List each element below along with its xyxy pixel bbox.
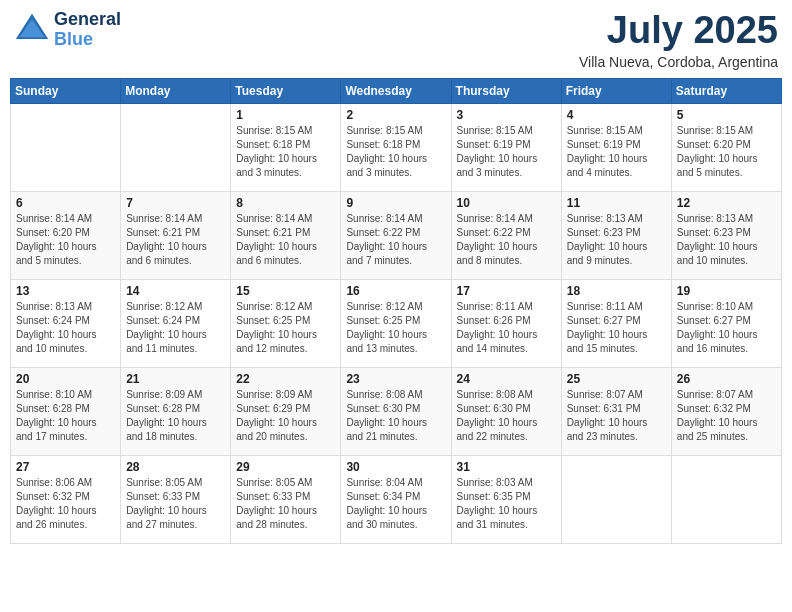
calendar-cell: 30Sunrise: 8:04 AM Sunset: 6:34 PM Dayli…	[341, 455, 451, 543]
calendar-cell: 19Sunrise: 8:10 AM Sunset: 6:27 PM Dayli…	[671, 279, 781, 367]
day-info: Sunrise: 8:05 AM Sunset: 6:33 PM Dayligh…	[126, 476, 225, 532]
day-info: Sunrise: 8:13 AM Sunset: 6:23 PM Dayligh…	[567, 212, 666, 268]
calendar-cell: 23Sunrise: 8:08 AM Sunset: 6:30 PM Dayli…	[341, 367, 451, 455]
day-number: 27	[16, 460, 115, 474]
calendar-cell: 6Sunrise: 8:14 AM Sunset: 6:20 PM Daylig…	[11, 191, 121, 279]
day-info: Sunrise: 8:15 AM Sunset: 6:20 PM Dayligh…	[677, 124, 776, 180]
day-number: 24	[457, 372, 556, 386]
day-number: 14	[126, 284, 225, 298]
calendar-cell: 31Sunrise: 8:03 AM Sunset: 6:35 PM Dayli…	[451, 455, 561, 543]
calendar-cell: 28Sunrise: 8:05 AM Sunset: 6:33 PM Dayli…	[121, 455, 231, 543]
calendar-cell: 17Sunrise: 8:11 AM Sunset: 6:26 PM Dayli…	[451, 279, 561, 367]
day-info: Sunrise: 8:13 AM Sunset: 6:24 PM Dayligh…	[16, 300, 115, 356]
day-info: Sunrise: 8:15 AM Sunset: 6:18 PM Dayligh…	[236, 124, 335, 180]
day-info: Sunrise: 8:09 AM Sunset: 6:29 PM Dayligh…	[236, 388, 335, 444]
calendar-week-4: 20Sunrise: 8:10 AM Sunset: 6:28 PM Dayli…	[11, 367, 782, 455]
day-info: Sunrise: 8:12 AM Sunset: 6:24 PM Dayligh…	[126, 300, 225, 356]
day-info: Sunrise: 8:11 AM Sunset: 6:27 PM Dayligh…	[567, 300, 666, 356]
day-number: 17	[457, 284, 556, 298]
day-number: 1	[236, 108, 335, 122]
day-info: Sunrise: 8:03 AM Sunset: 6:35 PM Dayligh…	[457, 476, 556, 532]
day-info: Sunrise: 8:15 AM Sunset: 6:19 PM Dayligh…	[567, 124, 666, 180]
calendar-cell: 2Sunrise: 8:15 AM Sunset: 6:18 PM Daylig…	[341, 103, 451, 191]
day-number: 28	[126, 460, 225, 474]
calendar-table: SundayMondayTuesdayWednesdayThursdayFrid…	[10, 78, 782, 544]
weekday-header-friday: Friday	[561, 78, 671, 103]
calendar-cell: 15Sunrise: 8:12 AM Sunset: 6:25 PM Dayli…	[231, 279, 341, 367]
day-number: 2	[346, 108, 445, 122]
day-info: Sunrise: 8:14 AM Sunset: 6:21 PM Dayligh…	[236, 212, 335, 268]
day-info: Sunrise: 8:08 AM Sunset: 6:30 PM Dayligh…	[346, 388, 445, 444]
day-info: Sunrise: 8:07 AM Sunset: 6:32 PM Dayligh…	[677, 388, 776, 444]
day-number: 5	[677, 108, 776, 122]
day-number: 11	[567, 196, 666, 210]
day-info: Sunrise: 8:14 AM Sunset: 6:22 PM Dayligh…	[346, 212, 445, 268]
day-info: Sunrise: 8:13 AM Sunset: 6:23 PM Dayligh…	[677, 212, 776, 268]
day-number: 25	[567, 372, 666, 386]
day-number: 22	[236, 372, 335, 386]
day-number: 15	[236, 284, 335, 298]
calendar-cell: 1Sunrise: 8:15 AM Sunset: 6:18 PM Daylig…	[231, 103, 341, 191]
calendar-cell	[11, 103, 121, 191]
day-number: 19	[677, 284, 776, 298]
calendar-cell	[671, 455, 781, 543]
calendar-week-2: 6Sunrise: 8:14 AM Sunset: 6:20 PM Daylig…	[11, 191, 782, 279]
day-info: Sunrise: 8:12 AM Sunset: 6:25 PM Dayligh…	[346, 300, 445, 356]
calendar-cell	[121, 103, 231, 191]
day-info: Sunrise: 8:08 AM Sunset: 6:30 PM Dayligh…	[457, 388, 556, 444]
day-info: Sunrise: 8:06 AM Sunset: 6:32 PM Dayligh…	[16, 476, 115, 532]
calendar-cell: 29Sunrise: 8:05 AM Sunset: 6:33 PM Dayli…	[231, 455, 341, 543]
day-info: Sunrise: 8:05 AM Sunset: 6:33 PM Dayligh…	[236, 476, 335, 532]
day-info: Sunrise: 8:14 AM Sunset: 6:22 PM Dayligh…	[457, 212, 556, 268]
calendar-cell: 5Sunrise: 8:15 AM Sunset: 6:20 PM Daylig…	[671, 103, 781, 191]
day-number: 23	[346, 372, 445, 386]
day-info: Sunrise: 8:15 AM Sunset: 6:18 PM Dayligh…	[346, 124, 445, 180]
day-info: Sunrise: 8:07 AM Sunset: 6:31 PM Dayligh…	[567, 388, 666, 444]
calendar-cell: 16Sunrise: 8:12 AM Sunset: 6:25 PM Dayli…	[341, 279, 451, 367]
month-title: July 2025	[579, 10, 778, 52]
calendar-cell	[561, 455, 671, 543]
day-info: Sunrise: 8:15 AM Sunset: 6:19 PM Dayligh…	[457, 124, 556, 180]
day-number: 29	[236, 460, 335, 474]
day-number: 7	[126, 196, 225, 210]
day-number: 18	[567, 284, 666, 298]
day-info: Sunrise: 8:04 AM Sunset: 6:34 PM Dayligh…	[346, 476, 445, 532]
calendar-cell: 10Sunrise: 8:14 AM Sunset: 6:22 PM Dayli…	[451, 191, 561, 279]
day-info: Sunrise: 8:10 AM Sunset: 6:28 PM Dayligh…	[16, 388, 115, 444]
calendar-cell: 12Sunrise: 8:13 AM Sunset: 6:23 PM Dayli…	[671, 191, 781, 279]
day-number: 9	[346, 196, 445, 210]
title-block: July 2025 Villa Nueva, Cordoba, Argentin…	[579, 10, 778, 70]
calendar-cell: 3Sunrise: 8:15 AM Sunset: 6:19 PM Daylig…	[451, 103, 561, 191]
day-number: 4	[567, 108, 666, 122]
calendar-cell: 18Sunrise: 8:11 AM Sunset: 6:27 PM Dayli…	[561, 279, 671, 367]
calendar-cell: 11Sunrise: 8:13 AM Sunset: 6:23 PM Dayli…	[561, 191, 671, 279]
calendar-week-1: 1Sunrise: 8:15 AM Sunset: 6:18 PM Daylig…	[11, 103, 782, 191]
day-info: Sunrise: 8:14 AM Sunset: 6:21 PM Dayligh…	[126, 212, 225, 268]
calendar-cell: 26Sunrise: 8:07 AM Sunset: 6:32 PM Dayli…	[671, 367, 781, 455]
calendar-cell: 27Sunrise: 8:06 AM Sunset: 6:32 PM Dayli…	[11, 455, 121, 543]
calendar-cell: 8Sunrise: 8:14 AM Sunset: 6:21 PM Daylig…	[231, 191, 341, 279]
day-number: 10	[457, 196, 556, 210]
day-info: Sunrise: 8:10 AM Sunset: 6:27 PM Dayligh…	[677, 300, 776, 356]
calendar-week-5: 27Sunrise: 8:06 AM Sunset: 6:32 PM Dayli…	[11, 455, 782, 543]
page-header: General Blue July 2025 Villa Nueva, Cord…	[10, 10, 782, 70]
calendar-cell: 4Sunrise: 8:15 AM Sunset: 6:19 PM Daylig…	[561, 103, 671, 191]
day-number: 30	[346, 460, 445, 474]
logo-icon	[14, 12, 50, 48]
calendar-cell: 7Sunrise: 8:14 AM Sunset: 6:21 PM Daylig…	[121, 191, 231, 279]
day-info: Sunrise: 8:11 AM Sunset: 6:26 PM Dayligh…	[457, 300, 556, 356]
location-subtitle: Villa Nueva, Cordoba, Argentina	[579, 54, 778, 70]
calendar-cell: 13Sunrise: 8:13 AM Sunset: 6:24 PM Dayli…	[11, 279, 121, 367]
calendar-cell: 20Sunrise: 8:10 AM Sunset: 6:28 PM Dayli…	[11, 367, 121, 455]
day-number: 21	[126, 372, 225, 386]
logo-text: General Blue	[54, 10, 121, 50]
day-number: 20	[16, 372, 115, 386]
day-number: 13	[16, 284, 115, 298]
weekday-header-saturday: Saturday	[671, 78, 781, 103]
day-number: 16	[346, 284, 445, 298]
calendar-cell: 25Sunrise: 8:07 AM Sunset: 6:31 PM Dayli…	[561, 367, 671, 455]
day-number: 6	[16, 196, 115, 210]
weekday-header-sunday: Sunday	[11, 78, 121, 103]
weekday-header-wednesday: Wednesday	[341, 78, 451, 103]
calendar-cell: 21Sunrise: 8:09 AM Sunset: 6:28 PM Dayli…	[121, 367, 231, 455]
